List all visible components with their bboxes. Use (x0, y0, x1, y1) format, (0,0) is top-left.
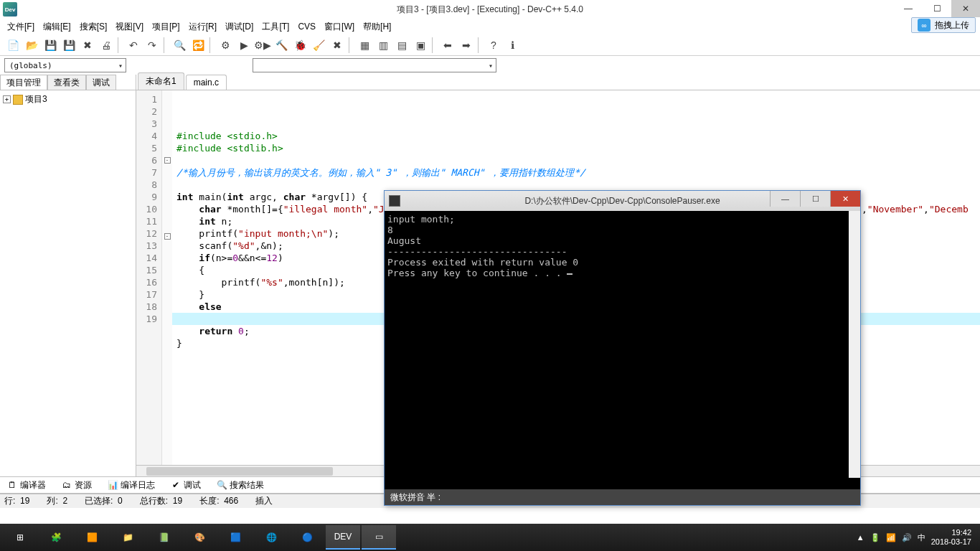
upload-button[interactable]: ∞ 拖拽上传 (911, 17, 976, 33)
tray-icon[interactable]: 🔋 (870, 533, 880, 542)
undo-icon[interactable]: ↶ (125, 37, 142, 54)
scope-combo[interactable]: (globals) (4, 58, 126, 72)
compile-icon[interactable]: ⚙ (217, 37, 234, 54)
file-tab-untitled[interactable]: 未命名1 (138, 72, 184, 90)
taskbar-ie[interactable]: 🌐 (254, 525, 288, 550)
tray-clock[interactable]: 19:42 2018-03-17 (931, 528, 971, 547)
taskbar-app[interactable]: 🟦 (218, 525, 253, 550)
taskbar-app[interactable]: 🧩 (39, 525, 73, 550)
console-vertical-scrollbar[interactable] (849, 211, 860, 478)
debug-icon[interactable]: 🐞 (291, 37, 308, 54)
output-tab-search-results[interactable]: 🔍搜索结果 (212, 478, 268, 493)
console-output[interactable]: input month; 8 August ------------------… (385, 211, 860, 489)
code-line[interactable] (176, 154, 976, 166)
console-title-bar[interactable]: D:\办公软件\Dev-Cpp\Dev-Cpp\ConsolePauser.ex… (385, 191, 860, 211)
output-tab-resources[interactable]: 🗂资源 (57, 478, 96, 493)
code-line[interactable] (176, 179, 976, 191)
maximize-button[interactable]: ☐ (923, 0, 951, 17)
console-maximize-button[interactable]: ☐ (800, 191, 830, 207)
goto-icon[interactable]: ▣ (412, 37, 429, 54)
menu-view[interactable]: 视图[V] (111, 19, 148, 34)
forward-icon[interactable]: ➡ (458, 37, 475, 54)
menu-debug[interactable]: 调试[D] (221, 19, 258, 34)
tray-icon[interactable]: ▲ (857, 533, 864, 542)
minimize-button[interactable]: — (894, 0, 923, 17)
compile-run-icon[interactable]: ⚙▶ (254, 37, 271, 54)
tray-ime[interactable]: 中 (918, 532, 925, 543)
rebuild-icon[interactable]: 🔨 (273, 37, 290, 54)
sidebar-tab-project[interactable]: 项目管理 (0, 75, 47, 90)
shield-icon (13, 95, 23, 105)
open-icon[interactable]: 📂 (23, 37, 40, 54)
sidebar-tab-class[interactable]: 查看类 (47, 75, 86, 90)
menu-help[interactable]: 帮助[H] (359, 19, 395, 34)
tree-item-project[interactable]: + 项目3 (3, 93, 133, 105)
menu-search[interactable]: 搜索[S] (75, 19, 112, 34)
toolbar-separator (209, 37, 214, 53)
code-line[interactable]: #include <stdlib.h> (176, 142, 976, 154)
scrollbar-thumb[interactable] (146, 467, 333, 476)
file-tab-main-c[interactable]: main.c (186, 75, 227, 90)
print-icon[interactable]: 🖨 (98, 37, 115, 54)
window-title: 项目3 - [项目3.dev] - [Executing] - Dev-C++ … (397, 4, 583, 16)
toolbar-separator (164, 37, 168, 53)
console-minimize-button[interactable]: — (770, 191, 800, 207)
taskbar-devcpp[interactable]: DEV (326, 525, 360, 550)
profile-icon[interactable]: 🧹 (310, 37, 327, 54)
console-window[interactable]: D:\办公软件\Dev-Cpp\Dev-Cpp\ConsolePauser.ex… (384, 190, 861, 506)
tray-icon[interactable]: 🔊 (902, 533, 912, 542)
menu-project[interactable]: 项目[P] (148, 19, 184, 34)
code-line[interactable]: #include <stdio.h> (176, 130, 976, 142)
tray-icon[interactable]: 📶 (886, 533, 896, 542)
menu-window[interactable]: 窗口[W] (320, 19, 359, 34)
resources-icon: 🗂 (62, 480, 72, 490)
insert-icon[interactable]: ▥ (374, 37, 392, 54)
back-icon[interactable]: ⬅ (439, 37, 456, 54)
taskbar-start-button[interactable]: ⊞ (3, 525, 37, 550)
save-all-icon[interactable]: 💾 (60, 37, 77, 54)
fold-toggle-icon[interactable]: - (164, 157, 171, 164)
menu-run[interactable]: 运行[R] (184, 19, 221, 34)
about-icon[interactable]: ℹ (504, 37, 521, 54)
fold-toggle-icon[interactable]: - (164, 233, 171, 240)
help-icon[interactable]: ? (485, 37, 502, 54)
output-tab-label: 搜索结果 (230, 479, 264, 491)
taskbar-app[interactable]: 🟧 (75, 525, 109, 550)
run-icon[interactable]: ▶ (235, 37, 253, 54)
console-ime-status: 微软拼音 半 : (385, 489, 860, 505)
search-icon: 🔍 (217, 480, 227, 490)
save-icon[interactable]: 💾 (42, 37, 59, 54)
new-file-icon[interactable]: 📄 (4, 37, 22, 54)
system-tray[interactable]: ▲ 🔋 📶 🔊 中 19:42 2018-03-17 (857, 528, 977, 547)
menu-tools[interactable]: 工具[T] (258, 19, 293, 34)
taskbar-console[interactable]: ▭ (362, 525, 396, 550)
taskbar-file-explorer[interactable]: 📁 (110, 525, 145, 550)
find-icon[interactable]: 🔍 (171, 37, 188, 54)
tree-expand-icon[interactable]: + (3, 95, 11, 103)
stop-icon[interactable]: ✖ (329, 37, 346, 54)
taskbar-app[interactable]: 📗 (146, 525, 181, 550)
output-tab-compile-log[interactable]: 📊编译日志 (103, 478, 159, 493)
menu-cvs[interactable]: CVS (293, 20, 320, 33)
taskbar-paint[interactable]: 🎨 (182, 525, 217, 550)
close-button[interactable]: ✕ (951, 0, 980, 17)
output-tab-debug[interactable]: ✔调试 (166, 478, 205, 493)
console-close-button[interactable]: ✕ (830, 191, 860, 207)
close-file-icon[interactable]: ✖ (79, 37, 96, 54)
menu-edit[interactable]: 编辑[E] (39, 19, 75, 34)
find-replace-icon[interactable]: 🔁 (189, 37, 207, 54)
new-project-icon[interactable]: ▦ (356, 37, 373, 54)
tree-project-label: 项目3 (25, 93, 47, 105)
window-controls: — ☐ ✕ (894, 0, 980, 17)
fold-column: -- (162, 90, 172, 465)
output-tab-compiler[interactable]: 🗒编译器 (3, 478, 50, 493)
bookmark-icon[interactable]: ▤ (393, 37, 410, 54)
taskbar-chrome[interactable]: 🔵 (290, 525, 324, 550)
sidebar-tab-debug[interactable]: 调试 (86, 75, 116, 90)
menu-file[interactable]: 文件[F] (3, 19, 39, 34)
redo-icon[interactable]: ↷ (143, 37, 161, 54)
code-line[interactable]: /*输入月份号，输出该月的英文名。例如，输入" 3" ，则输出" MARCH" … (176, 166, 976, 179)
members-combo[interactable] (253, 58, 496, 72)
toolbar-separator (118, 37, 122, 53)
log-icon: 📊 (108, 480, 118, 490)
